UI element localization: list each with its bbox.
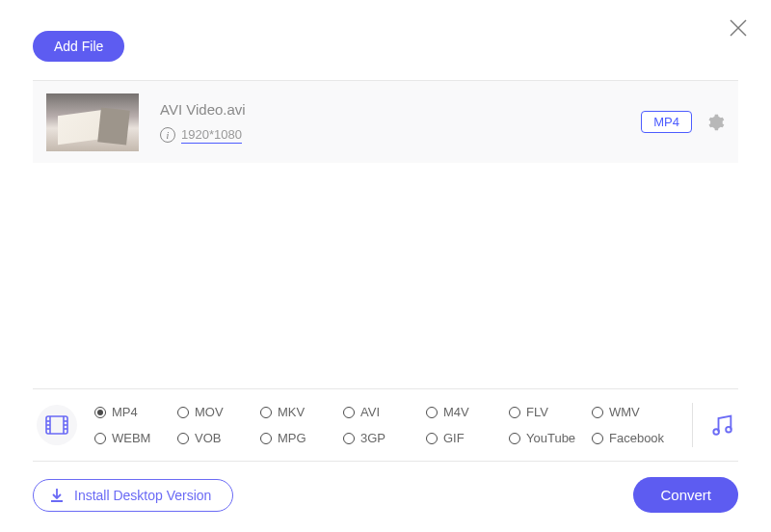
install-desktop-label: Install Desktop Version (74, 488, 211, 503)
gear-icon[interactable] (705, 113, 725, 132)
format-selector: MP4MOVMKVAVIM4VFLVWMVWEBMVOBMPG3GPGIFYou… (33, 388, 738, 462)
radio-icon (177, 407, 189, 418)
radio-icon (177, 433, 189, 444)
format-option-wmv[interactable]: WMV (592, 405, 675, 419)
info-icon[interactable]: i (160, 127, 175, 143)
file-resolution[interactable]: 1920*1080 (181, 127, 242, 144)
format-option-facebook[interactable]: Facebook (592, 431, 675, 445)
format-label: GIF (443, 431, 465, 445)
file-info: AVI Video.avi i 1920*1080 (160, 101, 641, 144)
format-label: VOB (195, 431, 221, 445)
film-icon[interactable] (37, 405, 77, 445)
format-label: Facebook (609, 431, 664, 445)
radio-icon (260, 433, 272, 444)
file-row: AVI Video.avi i 1920*1080 MP4 (33, 80, 738, 163)
format-option-mpg[interactable]: MPG (260, 431, 343, 445)
format-label: 3GP (360, 431, 386, 445)
video-thumbnail[interactable] (46, 93, 139, 151)
radio-icon (343, 407, 355, 418)
radio-icon (426, 433, 438, 444)
format-label: AVI (360, 405, 380, 419)
output-format-badge[interactable]: MP4 (641, 111, 692, 133)
format-label: FLV (526, 405, 548, 419)
format-label: YouTube (526, 431, 575, 445)
radio-icon (509, 407, 520, 418)
install-desktop-button[interactable]: Install Desktop Version (33, 479, 233, 512)
divider (692, 403, 693, 447)
file-resolution-row: i 1920*1080 (160, 127, 641, 144)
format-option-youtube[interactable]: YouTube (509, 431, 592, 445)
format-label: MKV (278, 405, 305, 419)
format-grid: MP4MOVMKVAVIM4VFLVWMVWEBMVOBMPG3GPGIFYou… (94, 405, 675, 445)
radio-icon (426, 407, 438, 418)
radio-icon (343, 433, 355, 444)
radio-icon (94, 433, 106, 444)
format-option-webm[interactable]: WEBM (94, 431, 177, 445)
format-option-gif[interactable]: GIF (426, 431, 509, 445)
format-option-mov[interactable]: MOV (177, 405, 260, 419)
download-icon (49, 488, 65, 503)
format-label: MP4 (112, 405, 138, 419)
convert-button[interactable]: Convert (633, 477, 738, 513)
radio-icon (94, 407, 106, 418)
svg-point-11 (713, 429, 719, 435)
footer: Install Desktop Version Convert (33, 477, 738, 513)
radio-icon (509, 433, 520, 444)
radio-icon (260, 407, 272, 418)
music-icon[interactable] (708, 412, 735, 439)
radio-icon (592, 407, 603, 418)
format-option-vob[interactable]: VOB (177, 431, 260, 445)
format-option-mp4[interactable]: MP4 (94, 405, 177, 419)
format-label: MOV (195, 405, 224, 419)
format-option-3gp[interactable]: 3GP (343, 431, 426, 445)
format-option-m4v[interactable]: M4V (426, 405, 509, 419)
add-file-button[interactable]: Add File (33, 31, 124, 62)
close-icon[interactable] (730, 19, 747, 37)
file-name: AVI Video.avi (160, 101, 641, 118)
radio-icon (592, 433, 603, 444)
format-option-flv[interactable]: FLV (509, 405, 592, 419)
svg-point-12 (726, 427, 731, 433)
app-window: Add File AVI Video.avi i 1920*1080 MP4 M… (0, 0, 771, 532)
format-option-avi[interactable]: AVI (343, 405, 426, 419)
format-label: M4V (443, 405, 469, 419)
format-label: WEBM (112, 431, 150, 445)
format-label: WMV (609, 405, 640, 419)
format-label: MPG (278, 431, 306, 445)
format-option-mkv[interactable]: MKV (260, 405, 343, 419)
